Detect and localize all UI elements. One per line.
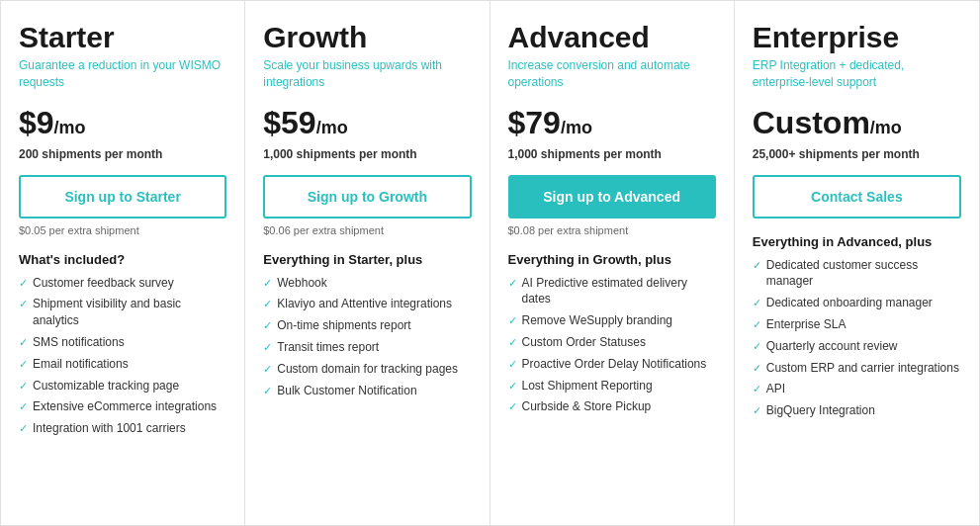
feature-text: SMS notifications <box>33 334 125 351</box>
check-icon: ✓ <box>753 339 761 354</box>
feature-text: Transit times report <box>277 339 379 356</box>
check-icon: ✓ <box>508 313 517 328</box>
feature-text: Customizable tracking page <box>33 378 179 394</box>
feature-text: Lost Shipment Reporting <box>522 378 653 394</box>
feature-item: ✓ Customizable tracking page <box>19 378 226 394</box>
plan-tagline-starter: Guarantee a reduction in your WISMO requ… <box>19 57 226 91</box>
feature-text: AI Predictive estimated delivery dates <box>522 275 716 308</box>
feature-text: Extensive eCommerce integrations <box>33 398 217 415</box>
plan-col-starter: Starter Guarantee a reduction in your WI… <box>1 1 245 525</box>
feature-item: ✓ Dedicated onboarding manager <box>753 295 961 311</box>
feature-text: Dedicated onboarding manager <box>766 295 933 311</box>
plan-price-starter: $9/mo <box>19 105 226 141</box>
feature-item: ✓ AI Predictive estimated delivery dates <box>508 275 716 308</box>
feature-text: Curbside & Store Pickup <box>522 398 652 415</box>
features-heading-growth: Everything in Starter, plus <box>263 252 471 267</box>
feature-text: Klaviyo and Attentive integrations <box>277 296 452 312</box>
plan-price-advanced: $79/mo <box>508 105 716 141</box>
check-icon: ✓ <box>508 276 517 291</box>
plan-price-growth: $59/mo <box>263 105 471 141</box>
feature-item: ✓ Custom Order Statuses <box>508 334 716 351</box>
feature-item: ✓ Remove WeSupply branding <box>508 312 716 329</box>
feature-text: Bulk Customer Notification <box>277 383 416 399</box>
feature-text: API <box>766 381 785 397</box>
feature-item: ✓ BigQuery Integration <box>753 402 961 419</box>
features-heading-enterprise: Everything in Advanced, plus <box>753 234 961 249</box>
feature-item: ✓ Extensive eCommerce integrations <box>19 398 226 415</box>
check-icon: ✓ <box>753 403 761 418</box>
check-icon: ✓ <box>19 276 28 291</box>
check-icon: ✓ <box>19 421 28 436</box>
check-icon: ✓ <box>263 318 272 333</box>
check-icon: ✓ <box>263 362 272 377</box>
check-icon: ✓ <box>753 382 761 396</box>
plan-tagline-enterprise: ERP Integration + dedicated, enterprise-… <box>753 57 961 91</box>
signup-button-growth[interactable]: Sign up to Growth <box>263 175 471 219</box>
feature-item: ✓ Email notifications <box>19 356 226 373</box>
signup-button-starter[interactable]: Sign up to Starter <box>19 175 226 219</box>
check-icon: ✓ <box>19 335 28 350</box>
feature-text: Enterprise SLA <box>766 316 846 333</box>
pricing-grid: Starter Guarantee a reduction in your WI… <box>0 0 980 526</box>
plan-shipments-starter: 200 shipments per month <box>19 147 226 161</box>
feature-item: ✓ Transit times report <box>263 339 471 356</box>
signup-button-enterprise[interactable]: Contact Sales <box>753 175 961 219</box>
feature-text: BigQuery Integration <box>766 402 875 419</box>
feature-item: ✓ Custom ERP and carrier integrations <box>753 360 961 377</box>
extra-shipment-advanced: $0.08 per extra shipment <box>508 224 716 236</box>
feature-text: Custom Order Statuses <box>522 334 646 351</box>
feature-item: ✓ Quarterly account review <box>753 338 961 355</box>
plan-name-advanced: Advanced <box>508 21 716 53</box>
feature-item: ✓ Proactive Order Delay Notifications <box>508 356 716 373</box>
check-icon: ✓ <box>508 399 517 414</box>
feature-text: Remove WeSupply branding <box>522 312 673 329</box>
check-icon: ✓ <box>19 399 28 414</box>
check-icon: ✓ <box>753 258 761 273</box>
plan-col-enterprise: Enterprise ERP Integration + dedicated, … <box>735 1 979 525</box>
check-icon: ✓ <box>753 317 761 332</box>
feature-text: Email notifications <box>33 356 129 373</box>
feature-item: ✓ Bulk Customer Notification <box>263 383 471 399</box>
check-icon: ✓ <box>19 297 28 311</box>
feature-item: ✓ SMS notifications <box>19 334 226 351</box>
check-icon: ✓ <box>263 276 272 291</box>
plan-name-growth: Growth <box>263 21 471 53</box>
plan-col-growth: Growth Scale your business upwards with … <box>245 1 490 525</box>
feature-text: Shipment visibility and basic analytics <box>33 296 226 329</box>
feature-item: ✓ Enterprise SLA <box>753 316 961 333</box>
plan-col-advanced: Advanced Increase conversion and automat… <box>490 1 735 525</box>
feature-item: ✓ Customer feedback survey <box>19 275 226 292</box>
feature-text: Dedicated customer success manager <box>766 257 961 291</box>
feature-text: On-time shipments report <box>277 317 410 334</box>
plan-name-starter: Starter <box>19 21 226 53</box>
signup-button-advanced[interactable]: Sign up to Advanced <box>508 175 716 219</box>
plan-shipments-enterprise: 25,000+ shipments per month <box>753 147 961 161</box>
feature-text: Integration with 1001 carriers <box>33 420 186 437</box>
feature-item: ✓ On-time shipments report <box>263 317 471 334</box>
plan-shipments-advanced: 1,000 shipments per month <box>508 147 716 161</box>
check-icon: ✓ <box>19 379 28 394</box>
plan-price-enterprise: Custom/mo <box>753 105 961 141</box>
plan-tagline-advanced: Increase conversion and automate operati… <box>508 57 716 91</box>
plan-name-enterprise: Enterprise <box>753 21 961 53</box>
extra-shipment-starter: $0.05 per extra shipment <box>19 224 226 236</box>
check-icon: ✓ <box>263 340 272 355</box>
feature-item: ✓ Shipment visibility and basic analytic… <box>19 296 226 329</box>
check-icon: ✓ <box>19 357 28 372</box>
features-heading-starter: What's included? <box>19 252 226 267</box>
plan-tagline-growth: Scale your business upwards with integra… <box>263 57 471 91</box>
feature-item: ✓ Lost Shipment Reporting <box>508 378 716 394</box>
features-heading-advanced: Everything in Growth, plus <box>508 252 716 267</box>
feature-text: Webhook <box>277 275 326 292</box>
check-icon: ✓ <box>263 384 272 398</box>
feature-item: ✓ Custom domain for tracking pages <box>263 361 471 378</box>
feature-text: Quarterly account review <box>766 338 898 355</box>
feature-text: Customer feedback survey <box>33 275 174 292</box>
check-icon: ✓ <box>508 335 517 350</box>
feature-item: ✓ Integration with 1001 carriers <box>19 420 226 437</box>
feature-item: ✓ Dedicated customer success manager <box>753 257 961 291</box>
feature-text: Custom ERP and carrier integrations <box>766 360 959 377</box>
feature-item: ✓ API <box>753 381 961 397</box>
feature-text: Custom domain for tracking pages <box>277 361 458 378</box>
check-icon: ✓ <box>263 297 272 311</box>
